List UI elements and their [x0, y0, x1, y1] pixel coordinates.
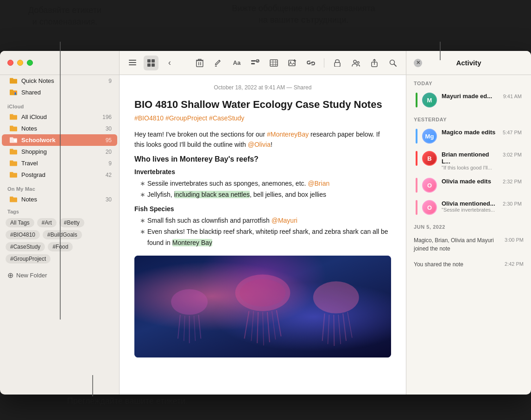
jun-header: JUN 5, 2022: [406, 219, 531, 232]
svg-line-52: [184, 316, 185, 341]
svg-rect-19: [251, 60, 256, 62]
svg-line-17: [219, 60, 220, 61]
close-button[interactable]: [7, 60, 13, 66]
sidebar-item-all-icloud[interactable]: All iCloud 196: [2, 111, 117, 123]
sidebar-item-quick-notes[interactable]: Quick Notes 9: [2, 75, 117, 87]
activity-item-olivia2[interactable]: O Olivia mentioned... "Sessile invertebr…: [408, 196, 529, 219]
search-button[interactable]: [386, 56, 400, 70]
tag-bio4810[interactable]: #BIO4810: [6, 230, 40, 239]
activity-bar-olivia2: [416, 200, 417, 215]
activity-item-olivia1-time: 2:32 PM: [503, 178, 522, 184]
media-icon: [288, 59, 297, 67]
svg-line-59: [334, 315, 334, 346]
all-icloud-label: All iCloud: [21, 113, 99, 120]
table-icon: [270, 59, 278, 67]
tag-food[interactable]: #Food: [48, 242, 73, 251]
schoolwork-label: Schoolwork: [21, 137, 102, 144]
schoolwork-icon: [9, 137, 18, 144]
activity-item-mayuri[interactable]: M Mayuri made ed... 9:41 AM: [408, 89, 529, 111]
tag-casestudy[interactable]: #CaseStudy: [6, 242, 45, 251]
activity-item-olivia2-time: 2:30 PM: [503, 200, 522, 207]
activity-bar-olivia1: [416, 178, 417, 193]
sidebar-item-notes-icloud[interactable]: Notes 30: [2, 123, 117, 134]
sidebar-item-shared[interactable]: 👤 Shared: [2, 87, 117, 98]
tag-groupproject[interactable]: #GroupProject: [6, 254, 51, 263]
svg-line-23: [258, 60, 259, 62]
shopping-label: Shopping: [21, 148, 102, 155]
activity-item-magico[interactable]: Mg Magico made edits 5:47 PM: [408, 125, 529, 147]
back-button[interactable]: ‹: [162, 56, 177, 70]
sidebar-item-notes-mac[interactable]: Notes 30: [2, 194, 117, 205]
activity-content: TODAY M Mayuri made ed... 9:41 AM YESTER…: [406, 75, 531, 395]
tag-buildgoals[interactable]: #BuildGoals: [43, 230, 82, 239]
sidebar-item-shopping[interactable]: Shopping 20: [2, 146, 117, 157]
text-format-button[interactable]: Aa: [229, 56, 244, 70]
sidebar-item-postgrad[interactable]: Postgrad 42: [2, 169, 117, 181]
quick-notes-label: Quick Notes: [21, 77, 105, 84]
svg-point-30: [290, 61, 291, 63]
svg-line-45: [257, 312, 258, 343]
mac-section-label: On My Mac: [0, 181, 119, 194]
delete-button[interactable]: [192, 56, 207, 70]
postgrad-label: Postgrad: [21, 171, 102, 178]
sidebar-content: Quick Notes 9 👤 Shared iCloud All iCloud…: [0, 75, 119, 395]
sidebar-item-travel[interactable]: Travel 9: [2, 157, 117, 169]
shared-label: Shared: [21, 89, 112, 96]
table-button[interactable]: [266, 56, 281, 70]
travel-label: Travel: [21, 160, 105, 167]
svg-rect-12: [152, 63, 155, 67]
svg-line-43: [244, 311, 249, 339]
edit-note-button[interactable]: [211, 56, 226, 70]
svg-line-51: [178, 315, 180, 339]
maximize-button[interactable]: [27, 60, 33, 66]
share-icon: [371, 59, 378, 67]
quick-notes-count: 9: [108, 78, 112, 84]
activity-close-button[interactable]: ✕: [414, 59, 422, 67]
svg-rect-9: [147, 59, 151, 63]
collaborate-button[interactable]: [348, 56, 363, 70]
svg-text:👤: 👤: [14, 92, 17, 95]
new-folder-icon: ⊕: [7, 271, 13, 280]
activity-item-brian-info: Brian mentioned L... "If this looks good…: [442, 151, 498, 170]
tag-betty[interactable]: #Betty: [59, 218, 84, 227]
lock-button[interactable]: [330, 56, 345, 70]
svg-line-47: [267, 312, 270, 342]
svg-rect-6: [129, 60, 136, 61]
svg-rect-8: [129, 64, 136, 65]
postgrad-icon: [9, 171, 18, 178]
share-button[interactable]: [367, 56, 382, 70]
yesterday-header: YESTERDAY: [406, 111, 531, 125]
all-icloud-icon: [9, 113, 18, 120]
main-area: ‹ Aa: [120, 51, 406, 395]
activity-item-olivia1[interactable]: O Olivia made edits 2:32 PM: [408, 174, 529, 196]
new-folder-button[interactable]: ⊕ New Folder: [0, 267, 119, 283]
notes-mac-icon: [9, 196, 18, 203]
svg-rect-29: [289, 60, 295, 66]
bullet-item: Jellyfish, including black sea nettles, …: [142, 189, 391, 201]
annotation-bottom: Преглеждайте вашите етикети.: [46, 396, 209, 406]
checklist-button[interactable]: [248, 56, 263, 70]
shared-folder-icon: 👤: [9, 89, 18, 96]
activity-item-brian[interactable]: B Brian mentioned L... "If this looks go…: [408, 147, 529, 174]
avatar-olivia1: O: [422, 178, 437, 193]
tag-all-tags[interactable]: All Tags: [6, 218, 34, 227]
mayuri-mention: @Mayuri: [272, 217, 297, 224]
travel-icon: [9, 160, 18, 167]
svg-line-49: [277, 310, 281, 336]
svg-line-61: [343, 313, 346, 341]
grid-view-button[interactable]: [144, 56, 158, 70]
sidebar-item-schoolwork[interactable]: Schoolwork 95: [2, 134, 117, 146]
activity-group-shared-time: 2:42 PM: [505, 260, 524, 268]
svg-line-48: [272, 311, 276, 339]
search-icon: [389, 59, 397, 67]
annotation-top-left: Добавяйте етикетии споменавания.: [0, 5, 130, 28]
avatar-mayuri: M: [422, 93, 437, 107]
activity-group-shared: 2:42 PM You shared the note: [406, 257, 531, 272]
minimize-button[interactable]: [17, 60, 23, 66]
tag-art[interactable]: #Art: [37, 218, 57, 227]
bullet-item: Small fish such as clownfish and parrotf…: [142, 215, 391, 226]
media-button[interactable]: [285, 56, 300, 70]
link-button[interactable]: [303, 56, 318, 70]
list-view-button[interactable]: [125, 56, 140, 70]
folder-icon: [9, 77, 18, 84]
